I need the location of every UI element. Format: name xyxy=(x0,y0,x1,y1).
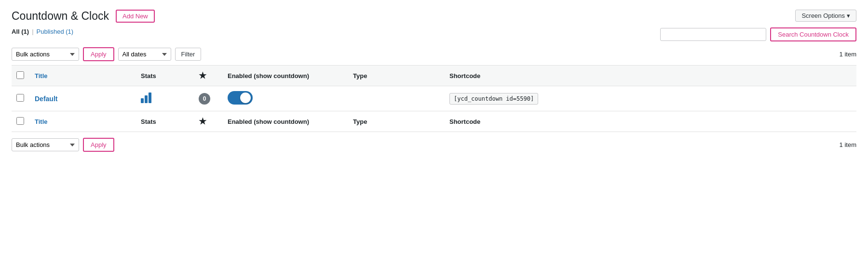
table-footer-row: Title Stats ★ Enabled (show countdown) T… xyxy=(12,111,856,132)
row-shortcode-cell: [ycd_countdown id=5590] xyxy=(445,86,856,111)
filter-links: All (1) | Published (1) xyxy=(12,28,73,35)
search-area: Search Countdown Clock xyxy=(660,27,856,41)
stats-bar-icon[interactable] xyxy=(141,93,151,103)
select-all-header xyxy=(12,66,30,86)
row-checkbox[interactable] xyxy=(16,94,24,102)
row-stats-cell xyxy=(136,86,194,111)
column-header-stats: Stats xyxy=(136,66,194,86)
footer-column-type: Type xyxy=(348,111,445,132)
item-count-bottom: 1 item xyxy=(840,141,856,148)
screen-options-button[interactable]: Screen Options ▾ xyxy=(795,10,856,22)
row-title-link[interactable]: Default xyxy=(35,95,57,103)
row-type-cell xyxy=(348,86,445,111)
column-header-shortcode: Shortcode xyxy=(445,66,856,86)
footer-column-title: Title xyxy=(30,111,136,132)
column-header-title: Title xyxy=(30,66,136,86)
footer-column-star: ★ xyxy=(194,111,223,132)
dates-filter-select[interactable]: All dates xyxy=(118,48,171,61)
item-count-top: 1 item xyxy=(840,51,856,58)
all-filter-link[interactable]: All (1) xyxy=(12,28,29,35)
select-all-checkbox[interactable] xyxy=(16,71,24,79)
select-all-footer-header xyxy=(12,111,30,132)
table-header-row: Title Stats ★ Enabled (show countdown) T… xyxy=(12,66,856,86)
bulk-actions-select-bottom[interactable]: Bulk actions xyxy=(12,138,79,151)
bulk-actions-select[interactable]: Bulk actions xyxy=(12,48,79,61)
row-enabled-cell xyxy=(223,86,348,111)
column-header-type: Type xyxy=(348,66,445,86)
apply-button-bottom[interactable]: Apply xyxy=(83,138,114,152)
row-title-cell: Default xyxy=(30,86,136,111)
footer-column-shortcode: Shortcode xyxy=(445,111,856,132)
add-new-button[interactable]: Add New xyxy=(116,10,155,23)
shortcode-value[interactable]: [ycd_countdown id=5590] xyxy=(449,93,538,105)
top-controls-row: Bulk actions Apply All dates Filter 1 it… xyxy=(12,47,856,61)
column-header-enabled: Enabled (show countdown) xyxy=(223,66,348,86)
column-header-star: ★ xyxy=(194,66,223,86)
table-row: Default 0 xyxy=(12,86,856,111)
chevron-down-icon: ▾ xyxy=(847,12,850,19)
row-star-cell: 0 xyxy=(194,86,223,111)
star-badge[interactable]: 0 xyxy=(199,93,210,105)
search-input[interactable] xyxy=(660,28,766,41)
select-all-footer-checkbox[interactable] xyxy=(16,117,24,125)
footer-title-sort-link[interactable]: Title xyxy=(35,118,48,125)
countdown-table: Title Stats ★ Enabled (show countdown) T… xyxy=(12,65,856,132)
title-sort-link[interactable]: Title xyxy=(35,72,48,79)
filter-separator: | xyxy=(32,28,33,35)
enabled-toggle[interactable] xyxy=(228,91,253,105)
footer-column-enabled: Enabled (show countdown) xyxy=(223,111,348,132)
row-checkbox-cell xyxy=(12,86,30,111)
apply-button-top[interactable]: Apply xyxy=(83,47,114,61)
footer-column-stats: Stats xyxy=(136,111,194,132)
published-filter-link[interactable]: Published (1) xyxy=(37,28,74,35)
page-title: Countdown & Clock xyxy=(12,10,109,23)
filter-button[interactable]: Filter xyxy=(175,48,202,61)
bottom-controls-row: Bulk actions Apply 1 item xyxy=(12,136,856,152)
search-button[interactable]: Search Countdown Clock xyxy=(770,27,856,41)
